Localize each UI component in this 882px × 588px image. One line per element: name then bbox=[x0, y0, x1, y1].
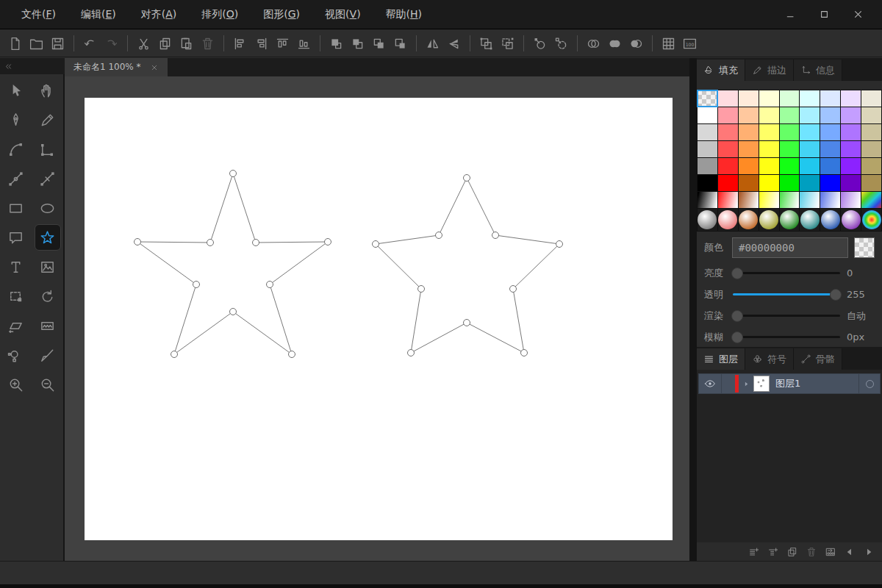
swatch-color[interactable] bbox=[861, 107, 881, 123]
swatch-radial[interactable] bbox=[718, 209, 738, 231]
tool-node-corner[interactable] bbox=[35, 136, 61, 162]
swatch-color[interactable] bbox=[861, 175, 881, 191]
swatch-color[interactable] bbox=[759, 141, 779, 157]
flip-horizontal-button[interactable] bbox=[422, 34, 443, 54]
swatch-color[interactable] bbox=[820, 141, 840, 157]
swatch-radial[interactable] bbox=[739, 209, 759, 231]
path-node[interactable] bbox=[171, 351, 178, 358]
layers-panel-tab-layers[interactable]: 图层 bbox=[697, 348, 745, 370]
swatch-gradient[interactable] bbox=[780, 192, 800, 208]
swatch-color[interactable] bbox=[800, 141, 820, 157]
swatch-color[interactable] bbox=[780, 158, 800, 174]
swatch-gradient[interactable] bbox=[820, 192, 840, 208]
brightness-slider-thumb[interactable] bbox=[731, 268, 743, 279]
canvas-page[interactable] bbox=[85, 98, 673, 540]
menu-e[interactable]: 编辑(E) bbox=[68, 0, 129, 29]
swatch-color[interactable] bbox=[718, 90, 738, 107]
swatch-gradient[interactable] bbox=[698, 192, 717, 208]
tool-node-curve[interactable] bbox=[3, 136, 29, 162]
swatch-color[interactable] bbox=[841, 158, 861, 174]
swatch-color[interactable] bbox=[780, 90, 800, 107]
layers-panel-tab-symbols[interactable]: 符号 bbox=[745, 348, 794, 370]
path-node[interactable] bbox=[193, 282, 200, 288]
fill-panel-tab-stroke[interactable]: 描边 bbox=[745, 60, 794, 81]
tool-knife[interactable] bbox=[35, 342, 61, 368]
flip-vertical-button[interactable] bbox=[443, 34, 465, 54]
swatch-gradient[interactable] bbox=[841, 192, 861, 208]
tool-pen[interactable] bbox=[3, 107, 29, 133]
swatch-color[interactable] bbox=[800, 158, 820, 174]
tab-close-icon[interactable] bbox=[150, 63, 159, 72]
swatch-radial[interactable] bbox=[841, 209, 861, 231]
swatch-rainbow-gradient[interactable] bbox=[861, 192, 881, 208]
align-bottom-button[interactable] bbox=[293, 34, 315, 54]
swatch-color[interactable] bbox=[718, 107, 738, 123]
swatch-color[interactable] bbox=[841, 175, 861, 191]
swatch-color[interactable] bbox=[841, 90, 861, 107]
swatch-color[interactable] bbox=[820, 90, 840, 107]
tool-transform[interactable] bbox=[3, 283, 29, 309]
align-top-button[interactable] bbox=[272, 34, 293, 54]
swatch-color[interactable] bbox=[820, 175, 840, 191]
tool-hand[interactable] bbox=[35, 77, 61, 104]
swatch-color[interactable] bbox=[841, 141, 861, 157]
swatch-color[interactable] bbox=[780, 141, 800, 157]
swatch-color[interactable] bbox=[759, 175, 779, 191]
menu-v[interactable]: 视图(V) bbox=[312, 0, 373, 29]
swatch-color[interactable] bbox=[698, 158, 717, 174]
trash-button[interactable] bbox=[197, 34, 218, 54]
star-shape-2[interactable] bbox=[376, 178, 559, 353]
swatch-radial[interactable] bbox=[800, 209, 820, 231]
swatch-color[interactable] bbox=[780, 175, 800, 191]
path-node[interactable] bbox=[230, 309, 237, 315]
copy-button[interactable] bbox=[154, 34, 176, 54]
path-node[interactable] bbox=[464, 320, 470, 326]
brightness-slider-track[interactable] bbox=[733, 272, 840, 274]
tool-roughen[interactable] bbox=[35, 312, 61, 339]
path-node[interactable] bbox=[492, 232, 499, 239]
tool-spray[interactable] bbox=[3, 342, 29, 368]
fill-panel-tab-fill[interactable]: 填充 bbox=[697, 60, 745, 81]
swatch-color[interactable] bbox=[841, 124, 861, 140]
swatch-color[interactable] bbox=[800, 90, 820, 107]
render-slider-thumb[interactable] bbox=[731, 310, 743, 322]
star-shape-1[interactable] bbox=[137, 173, 328, 354]
swatch-gradient[interactable] bbox=[800, 192, 820, 208]
tool-skew[interactable] bbox=[3, 312, 29, 339]
blur-slider-track[interactable] bbox=[733, 336, 840, 338]
swatch-radial[interactable] bbox=[698, 209, 717, 231]
path-node[interactable] bbox=[207, 240, 214, 246]
maximize-button[interactable] bbox=[808, 4, 839, 26]
order-forward-button[interactable] bbox=[347, 34, 368, 54]
swatch-color[interactable] bbox=[759, 90, 779, 107]
path-node[interactable] bbox=[230, 171, 237, 177]
swatch-color[interactable] bbox=[861, 158, 881, 174]
tool-rectangle[interactable] bbox=[3, 195, 29, 221]
path-node[interactable] bbox=[436, 232, 442, 239]
swatch-color[interactable] bbox=[759, 158, 779, 174]
paste-button[interactable] bbox=[176, 34, 197, 54]
menu-a[interactable]: 对齐(A) bbox=[129, 0, 190, 29]
redo-button[interactable] bbox=[101, 34, 122, 54]
swatch-color[interactable] bbox=[800, 107, 820, 123]
menu-h[interactable]: 帮助(H) bbox=[373, 0, 434, 29]
add-sublayer-button[interactable] bbox=[767, 546, 779, 558]
path-node[interactable] bbox=[510, 286, 517, 293]
swatch-gradient[interactable] bbox=[739, 192, 759, 208]
order-back-button[interactable] bbox=[390, 34, 411, 54]
swatch-transparent[interactable] bbox=[698, 90, 717, 107]
current-color-swatch[interactable] bbox=[854, 237, 875, 258]
collapse-icon[interactable] bbox=[4, 62, 13, 71]
swatch-color[interactable] bbox=[820, 158, 840, 174]
align-left-button[interactable] bbox=[229, 34, 251, 54]
tool-zoom-in[interactable] bbox=[3, 371, 29, 398]
shape-edit-button[interactable] bbox=[529, 34, 551, 54]
tool-text[interactable] bbox=[3, 254, 29, 280]
menu-g[interactable]: 图形(G) bbox=[251, 0, 312, 29]
color-value-input[interactable]: #00000000 bbox=[732, 237, 848, 258]
swatch-color[interactable] bbox=[820, 124, 840, 140]
tool-image[interactable] bbox=[35, 254, 61, 280]
render-slider-track[interactable] bbox=[733, 315, 840, 317]
minimize-button[interactable] bbox=[775, 4, 806, 26]
swatch-color[interactable] bbox=[718, 141, 738, 157]
